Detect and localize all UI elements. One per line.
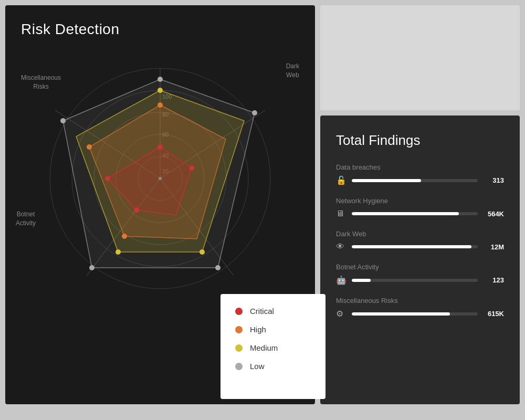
finding-value-data-breaches: 313 bbox=[483, 176, 504, 184]
finding-row-data-breaches: 🔓 313 bbox=[336, 175, 504, 185]
finding-category-botnet: Botnet Activity bbox=[336, 263, 504, 271]
bar-container-dark-web bbox=[352, 245, 478, 248]
finding-row-network-hygiene: 🖥 564K bbox=[336, 209, 504, 218]
finding-category-dark-web: Dark Web bbox=[336, 230, 504, 238]
findings-title: Total Findings bbox=[336, 132, 504, 149]
legend-critical: Critical bbox=[235, 307, 311, 316]
legend-dot-low bbox=[235, 363, 243, 370]
label-botnet: BotnetActivity bbox=[16, 210, 36, 228]
finding-category-data-breaches: Data breaches bbox=[336, 163, 504, 171]
legend-dot-medium bbox=[235, 344, 243, 352]
finding-category-network-hygiene: Network Hygiene bbox=[336, 197, 504, 205]
legend-low: Low bbox=[235, 362, 311, 371]
svg-point-31 bbox=[189, 165, 194, 171]
bar-container-misc-risks bbox=[352, 312, 478, 316]
svg-point-27 bbox=[122, 234, 127, 239]
finding-row-dark-web: 👁 12M bbox=[336, 242, 504, 251]
finding-data-breaches: Data breaches 🔓 313 bbox=[336, 163, 504, 185]
bot-icon: 🤖 bbox=[336, 275, 346, 285]
bar-data-breaches bbox=[352, 179, 421, 182]
bar-botnet bbox=[352, 279, 371, 282]
finding-value-network-hygiene: 564K bbox=[483, 210, 504, 218]
finding-botnet: Botnet Activity 🤖 123 bbox=[336, 263, 504, 285]
svg-point-24 bbox=[116, 249, 121, 255]
legend-high: High bbox=[235, 325, 311, 334]
legend-dot-high bbox=[235, 326, 243, 333]
svg-point-22 bbox=[158, 88, 163, 93]
svg-point-19 bbox=[89, 265, 94, 270]
svg-point-23 bbox=[200, 249, 205, 255]
radar-chart: 100 80 60 40 20 bbox=[39, 58, 281, 299]
finding-value-dark-web: 12M bbox=[483, 243, 504, 251]
legend-medium: Medium bbox=[235, 343, 311, 352]
legend-label-critical: Critical bbox=[250, 307, 274, 316]
finding-value-misc-risks: 615K bbox=[483, 310, 504, 318]
finding-dark-web: Dark Web 👁 12M bbox=[336, 230, 504, 251]
finding-row-botnet: 🤖 123 bbox=[336, 275, 504, 285]
svg-point-20 bbox=[60, 118, 66, 123]
top-right-bg bbox=[320, 5, 520, 110]
page-title: Risk Detection bbox=[21, 21, 120, 38]
svg-point-18 bbox=[215, 265, 220, 270]
legend-label-low: Low bbox=[250, 362, 265, 371]
legend-dot-critical bbox=[235, 308, 243, 315]
label-dark-web: DarkWeb bbox=[286, 62, 299, 80]
finding-row-misc-risks: ⚙ 615K bbox=[336, 309, 504, 319]
svg-point-26 bbox=[158, 102, 163, 108]
finding-network-hygiene: Network Hygiene 🖥 564K bbox=[336, 197, 504, 218]
svg-point-30 bbox=[158, 144, 163, 150]
legend-label-medium: Medium bbox=[250, 343, 278, 352]
svg-point-33 bbox=[105, 176, 110, 181]
main-container: Risk Detection DarkWeb MiscellaneousRisk… bbox=[0, 0, 525, 420]
bar-container-data-breaches bbox=[352, 179, 478, 182]
monitor-icon: 🖥 bbox=[336, 209, 346, 218]
findings-panel: Total Findings Data breaches 🔓 313 Netwo… bbox=[320, 116, 520, 404]
bar-network-hygiene bbox=[352, 212, 459, 215]
radar-panel: Risk Detection DarkWeb MiscellaneousRisk… bbox=[5, 5, 315, 404]
svg-point-16 bbox=[158, 77, 163, 82]
svg-point-32 bbox=[134, 207, 139, 213]
svg-point-28 bbox=[87, 144, 92, 150]
legend-label-high: High bbox=[250, 325, 266, 334]
svg-point-34 bbox=[159, 177, 162, 180]
settings-icon: ⚙ bbox=[336, 309, 346, 319]
legend-panel: Critical High Medium Low bbox=[220, 294, 326, 399]
bar-container-network-hygiene bbox=[352, 212, 478, 215]
bar-container-botnet bbox=[352, 279, 478, 282]
bar-misc-risks bbox=[352, 312, 450, 316]
eye-icon: 👁 bbox=[336, 242, 346, 251]
lock-icon: 🔓 bbox=[336, 175, 346, 185]
svg-point-17 bbox=[252, 110, 257, 116]
finding-category-misc-risks: Miscellaneous Risks bbox=[336, 297, 504, 304]
finding-misc-risks: Miscellaneous Risks ⚙ 615K bbox=[336, 297, 504, 319]
finding-value-botnet: 123 bbox=[483, 276, 504, 284]
bar-dark-web bbox=[352, 245, 471, 248]
